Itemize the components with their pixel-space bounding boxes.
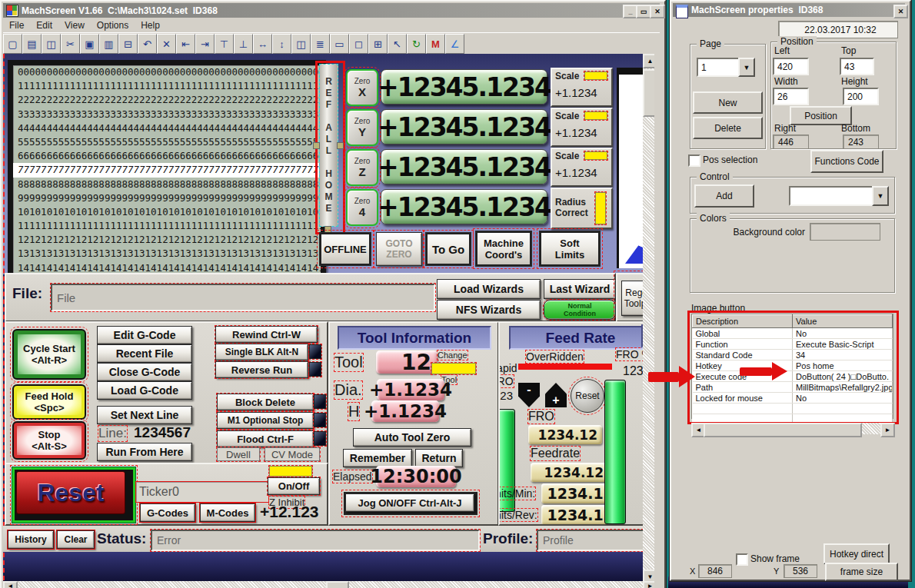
undo-icon[interactable]: ↶	[138, 34, 157, 54]
align-top-icon[interactable]: ⊤	[215, 34, 234, 54]
gcode-row[interactable]: 1010101010101010101010101010101010101010…	[13, 205, 321, 219]
feed-hold-button[interactable]: Feed Hold <Spc>	[12, 384, 86, 420]
gcode-row-highlighted[interactable]: 7777777777777777777777777777777777777777…	[13, 163, 321, 177]
properties-close-button[interactable]: ✕	[893, 5, 908, 18]
clear-button[interactable]: Clear	[57, 530, 95, 549]
draw-lines-icon[interactable]: ∠	[445, 34, 464, 54]
print-icon[interactable]: ⊟	[118, 34, 138, 54]
delete-icon[interactable]: ✕	[157, 34, 176, 54]
reverse-run-button[interactable]: Reverse Run	[215, 361, 308, 378]
run-from-here-button[interactable]: Run From Here	[97, 443, 192, 461]
nfs-wizards-button[interactable]: NFS Wizards	[437, 300, 541, 320]
cycle-start-button[interactable]: Cycle Start <Alt-R>	[12, 329, 86, 380]
gcode-row[interactable]: 4444444444444444444444444444444444444444…	[13, 121, 321, 135]
dia-dro[interactable]: +1.1234	[377, 379, 444, 400]
soft-limits-button[interactable]: Soft Limits	[539, 231, 601, 267]
cv-mode-indicator[interactable]: CV Mode	[265, 447, 320, 461]
horizontal-scrollbar[interactable]: ◄ ►	[3, 581, 654, 588]
normal-condition-button[interactable]: Normal Condition	[544, 300, 616, 320]
space-down-icon[interactable]: ↕	[272, 34, 291, 54]
rewind-button[interactable]: Rewind Ctrl-W	[215, 326, 318, 343]
elapsed-dro[interactable]: 12:30:00	[376, 466, 456, 487]
machine-coords-button[interactable]: Machine Coord's	[475, 231, 532, 267]
mach-logo-icon[interactable]: M	[426, 34, 445, 54]
page-select-value[interactable]: 1	[697, 58, 744, 77]
control-select[interactable]	[789, 186, 878, 206]
block-delete-button[interactable]: Block Delete	[217, 394, 314, 410]
zero-y-button[interactable]: ZeroY	[346, 109, 378, 146]
zero-z-button[interactable]: ZeroZ	[346, 149, 378, 186]
control-add-button[interactable]: Add	[694, 184, 754, 208]
remember-button[interactable]: Remember	[343, 449, 412, 467]
load-wizards-button[interactable]: Load Wizards	[437, 279, 541, 299]
align-right-icon[interactable]: ⇥	[195, 34, 215, 54]
history-button[interactable]: History	[8, 530, 54, 549]
g-codes-button[interactable]: G-Codes	[140, 503, 195, 522]
gcode-row[interactable]: 0000000000000000000000000000000000000000…	[13, 65, 321, 79]
page-select-dropdown-icon[interactable]: ▼	[738, 58, 755, 77]
on-off-button[interactable]: On/Off	[268, 477, 320, 495]
zero-4-button[interactable]: Zero4	[346, 189, 378, 226]
hotkey-direct-button[interactable]: Hotkey direct	[824, 543, 890, 564]
properties-title-bar[interactable]: MachScreen properties ID368 ✕	[673, 3, 905, 17]
flood-button[interactable]: Flood Ctrl-F	[217, 430, 314, 447]
gcode-row[interactable]: 5555555555555555555555555555555555555555…	[13, 135, 321, 149]
menu-edit[interactable]: Edit	[30, 18, 58, 32]
control-select-dropdown-icon[interactable]: ▼	[872, 186, 889, 206]
table-scrollbar[interactable]: ◄ ►	[691, 423, 892, 434]
z-inhibit-dro[interactable]: +12.123	[260, 503, 319, 521]
file-field[interactable]: File	[51, 284, 435, 311]
zero-x-button[interactable]: ZeroX	[346, 69, 378, 106]
close-gcode-button[interactable]: Close G-Code	[97, 363, 192, 381]
return-button[interactable]: Return	[415, 449, 463, 467]
selection-handle[interactable]	[337, 142, 344, 149]
m1-optional-stop-button[interactable]: M1 Optional Stop	[217, 412, 314, 429]
save-icon[interactable]: ◫	[42, 34, 61, 54]
show-frame-checkbox[interactable]	[736, 553, 748, 566]
load-gcode-button[interactable]: Load G-Code	[97, 381, 192, 400]
selection-frame-icon[interactable]: ▭	[330, 34, 349, 54]
to-go-button[interactable]: To Go	[425, 232, 471, 266]
y-dro[interactable]: +12345.1234	[381, 109, 547, 145]
reset-button[interactable]: Reset	[12, 467, 135, 523]
functions-code-button[interactable]: Functions Code	[810, 150, 883, 173]
refresh-icon[interactable]: ↻	[407, 34, 426, 54]
profile-field[interactable]: Profile	[537, 530, 654, 551]
gcode-list[interactable]: 0000000000000000000000000000000000000000…	[8, 60, 326, 281]
same-height-icon[interactable]: ≣	[311, 34, 330, 54]
table-scrollbar-thumb[interactable]	[704, 423, 862, 437]
feedrate-dro[interactable]: 1234.12	[531, 463, 608, 482]
height-field[interactable]: 200	[843, 88, 879, 105]
scale-value[interactable]: +1.1234	[555, 86, 597, 99]
gcode-row[interactable]: 8888888888888888888888888888888888888888…	[13, 178, 321, 191]
grid-icon[interactable]: ⊞	[368, 34, 388, 54]
close-button[interactable]: ✕	[650, 5, 665, 18]
a-dro[interactable]: +12345.1234	[381, 189, 547, 224]
ref-all-home-button[interactable]: REF ALL HOME	[319, 64, 338, 227]
page-new-button[interactable]: New	[693, 91, 763, 114]
gcode-row[interactable]: 1111111111111111111111111111111111111111…	[13, 219, 321, 233]
frame-size-button[interactable]: frame size	[825, 563, 898, 581]
new-icon[interactable]: ▢	[3, 34, 22, 54]
gcode-row[interactable]: 2222222222222222222222222222222222222222…	[13, 93, 321, 107]
z-dro[interactable]: +12345.1234	[381, 149, 547, 184]
gcode-row[interactable]: 9999999999999999999999999999999999999999…	[13, 191, 321, 205]
recent-file-button[interactable]: Recent File	[97, 344, 192, 363]
single-blk-button[interactable]: Single BLK Alt-N	[215, 344, 308, 360]
h-dro[interactable]: +1.1234	[371, 400, 439, 422]
paste-icon[interactable]: ▥	[99, 34, 118, 54]
gcode-row[interactable]: 6666666666666666666666666666666666666666…	[13, 149, 321, 163]
jog-onoff-button[interactable]: Jog ON/OFF Ctrl-Alt-J	[345, 493, 474, 512]
tool-number-dro[interactable]: 12	[376, 350, 438, 374]
open-icon[interactable]: ▤	[22, 34, 42, 54]
fro-reset-button[interactable]: Reset	[571, 379, 604, 413]
fro-dro[interactable]: 1234.12	[528, 425, 602, 444]
horizontal-scrollbar-thumb[interactable]	[326, 581, 349, 588]
dwell-indicator[interactable]: Dwell	[217, 447, 260, 461]
cut-icon[interactable]: ✂	[61, 34, 80, 54]
menu-help[interactable]: Help	[135, 18, 166, 32]
align-bottom-icon[interactable]: ⊥	[234, 34, 253, 54]
rapid-fro-dro[interactable]: 123	[498, 389, 513, 402]
goto-zero-button[interactable]: GOTO ZERO	[376, 232, 422, 266]
maximize-button[interactable]: ▭	[636, 5, 651, 18]
